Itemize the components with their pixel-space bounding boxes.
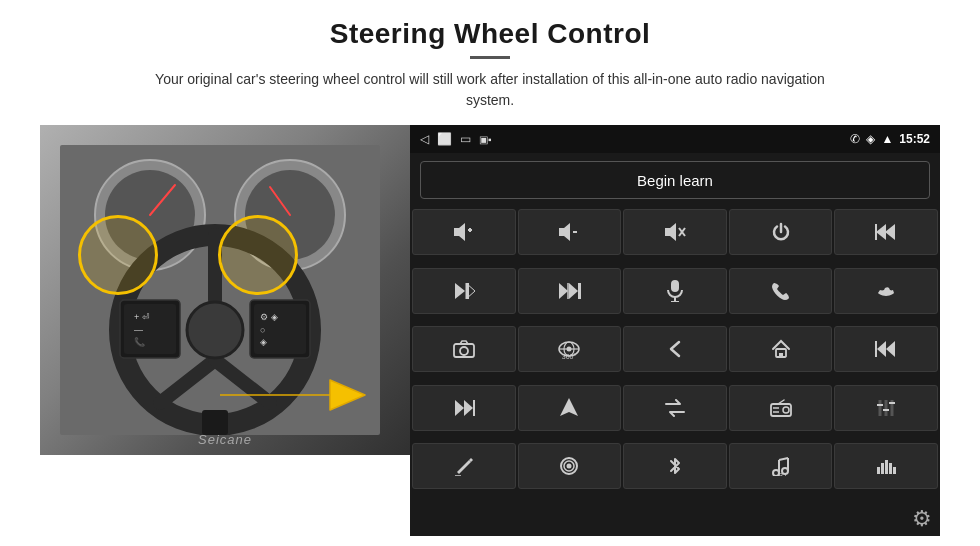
home-icon: ⬜ [437, 132, 452, 146]
svg-point-49 [567, 347, 572, 352]
svg-rect-52 [779, 353, 783, 357]
view-360-button[interactable]: 360° [518, 326, 622, 372]
svg-marker-31 [885, 224, 895, 240]
svg-rect-40 [578, 283, 581, 299]
svg-marker-59 [560, 398, 578, 416]
begin-learn-row: Begin learn [410, 153, 940, 207]
record-button[interactable] [518, 443, 622, 489]
control-panel: ◁ ⬜ ▭ ▣▪ ✆ ◈ ▲ 15:52 Begin learn [410, 125, 940, 536]
svg-rect-82 [885, 460, 888, 474]
radio-button[interactable] [729, 385, 833, 431]
power-button[interactable] [729, 209, 833, 255]
title-divider [470, 56, 510, 59]
svg-rect-56 [473, 400, 475, 416]
svg-rect-41 [671, 280, 679, 292]
back-nav-button[interactable] [623, 326, 727, 372]
svg-text:—: — [134, 325, 143, 335]
vol-up-button[interactable] [412, 209, 516, 255]
svg-text:⚙  ◈: ⚙ ◈ [260, 312, 278, 322]
vol-down-button[interactable] [518, 209, 622, 255]
audio-levels-button[interactable] [834, 443, 938, 489]
recent-icon: ▭ [460, 132, 471, 146]
svg-text:360°: 360° [562, 353, 577, 360]
svg-rect-53 [875, 341, 877, 357]
phone-status-icon: ✆ [850, 132, 860, 146]
phone-call-button[interactable] [729, 268, 833, 314]
svg-rect-81 [881, 463, 884, 474]
next-button[interactable] [412, 268, 516, 314]
skip-button[interactable] [518, 268, 622, 314]
svg-marker-57 [464, 400, 473, 416]
svg-rect-33 [875, 224, 877, 240]
page-title: Steering Wheel Control [330, 18, 651, 50]
svg-point-45 [460, 347, 468, 355]
yellow-arrow [210, 365, 370, 425]
edit-button[interactable] [412, 443, 516, 489]
mic-button[interactable] [623, 268, 727, 314]
fast-forward-button[interactable] [412, 385, 516, 431]
svg-point-61 [783, 407, 789, 413]
exchange-button[interactable] [623, 385, 727, 431]
svg-marker-23 [454, 223, 465, 241]
svg-marker-55 [886, 341, 895, 357]
signal-icon: ▣▪ [479, 134, 492, 145]
navigate-button[interactable] [518, 385, 622, 431]
time-display: 15:52 [899, 132, 930, 146]
car-image-area: + ⏎ — 📞 ⚙ ◈ ○ ◈ Seicane [40, 125, 410, 455]
status-bar: ◁ ⬜ ▭ ▣▪ ✆ ◈ ▲ 15:52 [410, 125, 940, 153]
svg-marker-26 [559, 223, 570, 241]
main-content: + ⏎ — 📞 ⚙ ◈ ○ ◈ Seicane [40, 125, 940, 536]
svg-rect-13 [124, 304, 176, 354]
begin-learn-button[interactable]: Begin learn [420, 161, 930, 199]
back-icon: ◁ [420, 132, 429, 146]
equalizer-button[interactable] [834, 385, 938, 431]
prev-track-button[interactable] [834, 209, 938, 255]
svg-text:+  ⏎: + ⏎ [134, 312, 150, 322]
highlight-circle-left [78, 215, 158, 295]
svg-marker-39 [569, 283, 578, 299]
svg-text:BT: BT [778, 472, 788, 476]
subtitle: Your original car's steering wheel contr… [140, 69, 840, 111]
svg-marker-37 [559, 283, 568, 299]
rewind-button[interactable] [834, 326, 938, 372]
svg-rect-80 [877, 467, 880, 474]
camera-button[interactable] [412, 326, 516, 372]
svg-marker-54 [877, 341, 886, 357]
page: Steering Wheel Control Your original car… [0, 0, 980, 546]
highlight-circle-right [218, 215, 298, 295]
svg-text:◈: ◈ [260, 337, 267, 347]
status-left: ◁ ⬜ ▭ ▣▪ [420, 132, 492, 146]
svg-marker-28 [665, 223, 676, 241]
svg-point-73 [567, 464, 572, 469]
signal-status-icon: ▲ [881, 132, 893, 146]
controls-grid: 360° [410, 207, 940, 502]
svg-rect-60 [771, 404, 791, 416]
svg-marker-34 [455, 283, 465, 299]
svg-rect-83 [889, 463, 892, 474]
svg-point-11 [187, 302, 243, 358]
home-nav-button[interactable] [729, 326, 833, 372]
svg-rect-84 [893, 467, 896, 474]
svg-marker-58 [455, 400, 464, 416]
mute-button[interactable] [623, 209, 727, 255]
settings-button[interactable]: ⚙ [912, 506, 932, 532]
wifi-status-icon: ◈ [866, 132, 875, 146]
hang-up-button[interactable] [834, 268, 938, 314]
music-button[interactable]: BT [729, 443, 833, 489]
svg-text:○: ○ [260, 325, 265, 335]
status-right: ✆ ◈ ▲ 15:52 [850, 132, 930, 146]
svg-line-78 [779, 458, 788, 460]
svg-text:📞: 📞 [134, 336, 146, 348]
svg-marker-32 [876, 224, 886, 240]
settings-row: ⚙ [410, 502, 940, 536]
bluetooth-button[interactable] [623, 443, 727, 489]
watermark: Seicane [198, 432, 252, 447]
